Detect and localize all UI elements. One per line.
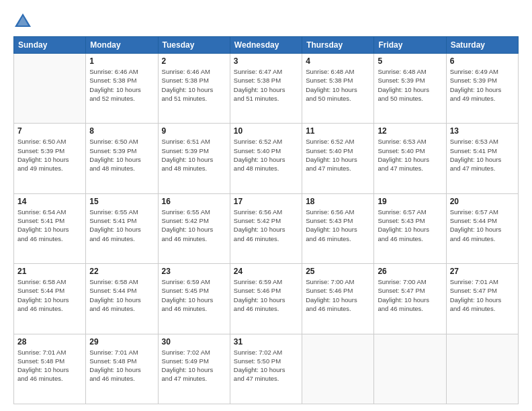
- day-number: 13: [450, 126, 515, 136]
- day-number: 22: [89, 267, 154, 276]
- calendar-cell: 8Sunrise: 6:50 AM Sunset: 5:39 PM Daylig…: [86, 124, 158, 193]
- day-number: 21: [17, 267, 82, 276]
- day-info: Sunrise: 6:58 AM Sunset: 5:44 PM Dayligh…: [89, 277, 154, 313]
- day-number: 2: [162, 56, 226, 66]
- day-number: 23: [162, 267, 226, 276]
- day-info: Sunrise: 6:54 AM Sunset: 5:41 PM Dayligh…: [17, 208, 82, 243]
- calendar-cell: 1Sunrise: 6:46 AM Sunset: 5:38 PM Daylig…: [86, 54, 158, 124]
- day-info: Sunrise: 6:52 AM Sunset: 5:40 PM Dayligh…: [306, 137, 370, 173]
- calendar-cell: 23Sunrise: 6:59 AM Sunset: 5:45 PM Dayli…: [158, 264, 230, 334]
- calendar-cell: 2Sunrise: 6:46 AM Sunset: 5:38 PM Daylig…: [158, 54, 230, 124]
- day-number: 25: [306, 267, 370, 276]
- day-number: 8: [89, 126, 154, 136]
- day-info: Sunrise: 6:48 AM Sunset: 5:39 PM Dayligh…: [378, 67, 442, 103]
- day-header-wednesday: Wednesday: [230, 37, 302, 54]
- day-info: Sunrise: 7:00 AM Sunset: 5:47 PM Dayligh…: [378, 277, 442, 313]
- day-number: 29: [89, 337, 154, 347]
- day-info: Sunrise: 6:53 AM Sunset: 5:40 PM Dayligh…: [378, 137, 442, 173]
- day-info: Sunrise: 6:59 AM Sunset: 5:46 PM Dayligh…: [234, 277, 298, 313]
- day-number: 27: [450, 267, 515, 276]
- calendar-cell: 10Sunrise: 6:52 AM Sunset: 5:40 PM Dayli…: [230, 124, 302, 193]
- calendar-cell: 26Sunrise: 7:00 AM Sunset: 5:47 PM Dayli…: [374, 264, 446, 334]
- calendar-cell: 9Sunrise: 6:51 AM Sunset: 5:39 PM Daylig…: [158, 124, 230, 193]
- day-number: 28: [17, 337, 82, 347]
- day-info: Sunrise: 7:01 AM Sunset: 5:47 PM Dayligh…: [450, 277, 515, 313]
- page: SundayMondayTuesdayWednesdayThursdayFrid…: [0, 0, 532, 411]
- calendar-cell: 7Sunrise: 6:50 AM Sunset: 5:39 PM Daylig…: [14, 124, 86, 193]
- day-number: 17: [234, 197, 298, 206]
- day-number: 20: [450, 197, 515, 206]
- calendar-table: SundayMondayTuesdayWednesdayThursdayFrid…: [13, 36, 519, 404]
- day-number: 24: [234, 267, 298, 276]
- calendar-cell: [374, 334, 446, 404]
- calendar-cell: 16Sunrise: 6:55 AM Sunset: 5:42 PM Dayli…: [158, 193, 230, 263]
- day-number: 12: [378, 126, 442, 136]
- day-info: Sunrise: 6:53 AM Sunset: 5:41 PM Dayligh…: [450, 137, 515, 173]
- day-number: 3: [234, 56, 298, 66]
- calendar-cell: 4Sunrise: 6:48 AM Sunset: 5:38 PM Daylig…: [302, 54, 374, 124]
- day-info: Sunrise: 6:49 AM Sunset: 5:39 PM Dayligh…: [450, 67, 515, 103]
- day-info: Sunrise: 7:02 AM Sunset: 5:50 PM Dayligh…: [234, 348, 298, 383]
- calendar-cell: 27Sunrise: 7:01 AM Sunset: 5:47 PM Dayli…: [446, 264, 518, 334]
- calendar-cell: 30Sunrise: 7:02 AM Sunset: 5:49 PM Dayli…: [158, 334, 230, 404]
- calendar-cell: [14, 54, 86, 124]
- calendar-cell: 12Sunrise: 6:53 AM Sunset: 5:40 PM Dayli…: [374, 124, 446, 193]
- calendar-week-row: 7Sunrise: 6:50 AM Sunset: 5:39 PM Daylig…: [14, 124, 519, 193]
- calendar-cell: 20Sunrise: 6:57 AM Sunset: 5:44 PM Dayli…: [446, 193, 518, 263]
- header: [13, 12, 519, 31]
- day-info: Sunrise: 6:56 AM Sunset: 5:43 PM Dayligh…: [306, 208, 370, 243]
- day-info: Sunrise: 7:01 AM Sunset: 5:48 PM Dayligh…: [89, 348, 154, 383]
- day-number: 7: [17, 126, 82, 136]
- calendar-cell: 21Sunrise: 6:58 AM Sunset: 5:44 PM Dayli…: [14, 264, 86, 334]
- day-number: 18: [306, 197, 370, 206]
- calendar-cell: 3Sunrise: 6:47 AM Sunset: 5:38 PM Daylig…: [230, 54, 302, 124]
- calendar-cell: 6Sunrise: 6:49 AM Sunset: 5:39 PM Daylig…: [446, 54, 518, 124]
- calendar-cell: 17Sunrise: 6:56 AM Sunset: 5:42 PM Dayli…: [230, 193, 302, 263]
- day-info: Sunrise: 6:47 AM Sunset: 5:38 PM Dayligh…: [234, 67, 298, 103]
- day-header-saturday: Saturday: [446, 37, 518, 54]
- day-header-sunday: Sunday: [14, 37, 86, 54]
- day-header-monday: Monday: [86, 37, 158, 54]
- calendar-cell: 18Sunrise: 6:56 AM Sunset: 5:43 PM Dayli…: [302, 193, 374, 263]
- logo-icon: [13, 12, 32, 31]
- day-number: 4: [306, 56, 370, 66]
- calendar-week-row: 28Sunrise: 7:01 AM Sunset: 5:48 PM Dayli…: [14, 334, 519, 404]
- day-info: Sunrise: 7:02 AM Sunset: 5:49 PM Dayligh…: [162, 348, 226, 383]
- day-number: 9: [162, 126, 226, 136]
- calendar-week-row: 14Sunrise: 6:54 AM Sunset: 5:41 PM Dayli…: [14, 193, 519, 263]
- day-number: 19: [378, 197, 442, 206]
- calendar-cell: 28Sunrise: 7:01 AM Sunset: 5:48 PM Dayli…: [14, 334, 86, 404]
- day-number: 5: [378, 56, 442, 66]
- calendar-cell: 11Sunrise: 6:52 AM Sunset: 5:40 PM Dayli…: [302, 124, 374, 193]
- day-info: Sunrise: 6:48 AM Sunset: 5:38 PM Dayligh…: [306, 67, 370, 103]
- day-info: Sunrise: 6:46 AM Sunset: 5:38 PM Dayligh…: [89, 67, 154, 103]
- day-info: Sunrise: 6:58 AM Sunset: 5:44 PM Dayligh…: [17, 277, 82, 313]
- day-number: 10: [234, 126, 298, 136]
- day-number: 1: [89, 56, 154, 66]
- calendar-cell: 29Sunrise: 7:01 AM Sunset: 5:48 PM Dayli…: [86, 334, 158, 404]
- day-number: 14: [17, 197, 82, 206]
- calendar-cell: 15Sunrise: 6:55 AM Sunset: 5:41 PM Dayli…: [86, 193, 158, 263]
- day-info: Sunrise: 7:00 AM Sunset: 5:46 PM Dayligh…: [306, 277, 370, 313]
- day-number: 26: [378, 267, 442, 276]
- calendar-cell: 13Sunrise: 6:53 AM Sunset: 5:41 PM Dayli…: [446, 124, 518, 193]
- calendar-cell: 22Sunrise: 6:58 AM Sunset: 5:44 PM Dayli…: [86, 264, 158, 334]
- day-number: 6: [450, 56, 515, 66]
- calendar-header-row: SundayMondayTuesdayWednesdayThursdayFrid…: [14, 37, 519, 54]
- day-info: Sunrise: 6:57 AM Sunset: 5:43 PM Dayligh…: [378, 208, 442, 243]
- calendar-cell: [446, 334, 518, 404]
- day-info: Sunrise: 6:59 AM Sunset: 5:45 PM Dayligh…: [162, 277, 226, 313]
- day-header-thursday: Thursday: [302, 37, 374, 54]
- day-number: 15: [89, 197, 154, 206]
- day-info: Sunrise: 6:55 AM Sunset: 5:42 PM Dayligh…: [162, 208, 226, 243]
- day-info: Sunrise: 7:01 AM Sunset: 5:48 PM Dayligh…: [17, 348, 82, 383]
- calendar-cell: 5Sunrise: 6:48 AM Sunset: 5:39 PM Daylig…: [374, 54, 446, 124]
- day-info: Sunrise: 6:57 AM Sunset: 5:44 PM Dayligh…: [450, 208, 515, 243]
- calendar-cell: [302, 334, 374, 404]
- day-info: Sunrise: 6:56 AM Sunset: 5:42 PM Dayligh…: [234, 208, 298, 243]
- calendar-cell: 24Sunrise: 6:59 AM Sunset: 5:46 PM Dayli…: [230, 264, 302, 334]
- day-info: Sunrise: 6:55 AM Sunset: 5:41 PM Dayligh…: [89, 208, 154, 243]
- calendar-week-row: 1Sunrise: 6:46 AM Sunset: 5:38 PM Daylig…: [14, 54, 519, 124]
- day-info: Sunrise: 6:51 AM Sunset: 5:39 PM Dayligh…: [162, 137, 226, 173]
- day-info: Sunrise: 6:46 AM Sunset: 5:38 PM Dayligh…: [162, 67, 226, 103]
